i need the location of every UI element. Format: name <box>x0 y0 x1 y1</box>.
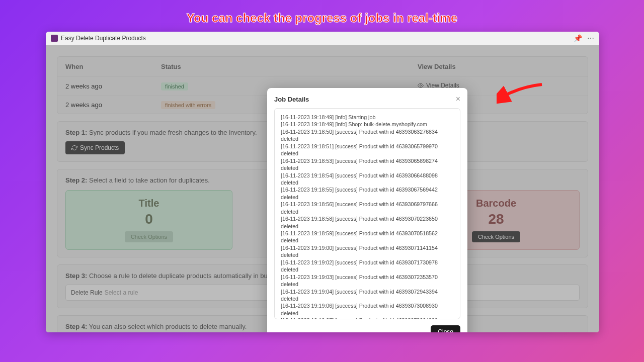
close-button[interactable]: Close <box>431 325 460 332</box>
log-line: [16-11-2023 19:18:56] [success] Product … <box>281 201 454 215</box>
modal-title: Job Details <box>274 96 309 103</box>
titlebar: Easy Delete Duplicate Products 📌 ⋯ <box>46 32 599 45</box>
log-line: [16-11-2023 19:19:04] [success] Product … <box>281 288 454 303</box>
pin-icon[interactable]: 📌 <box>574 34 582 42</box>
log-line: [16-11-2023 19:18:49] [info] Shop: bulk-… <box>281 121 454 128</box>
log-line: [16-11-2023 19:18:51] [success] Product … <box>281 143 454 157</box>
log-line: [16-11-2023 19:18:59] [success] Product … <box>281 230 454 244</box>
close-icon[interactable]: × <box>456 95 460 103</box>
app-title: Easy Delete Duplicate Products <box>61 35 146 42</box>
log-line: [16-11-2023 19:19:00] [success] Product … <box>281 244 454 259</box>
log-line: [16-11-2023 19:18:50] [success] Product … <box>281 128 454 143</box>
log-line: [16-11-2023 19:19:06] [success] Product … <box>281 302 454 317</box>
log-line: [16-11-2023 19:18:58] [success] Product … <box>281 215 454 230</box>
log-line: [16-11-2023 19:19:03] [success] Product … <box>281 274 454 288</box>
log-line: [16-11-2023 19:18:49] [info] Starting jo… <box>281 114 454 121</box>
log-line: [16-11-2023 19:19:07] [success] Product … <box>281 317 454 319</box>
log-output: [16-11-2023 19:18:49] [info] Starting jo… <box>274 108 460 319</box>
app-window: Easy Delete Duplicate Products 📌 ⋯ When … <box>46 32 599 332</box>
job-details-modal: Job Details × [16-11-2023 19:18:49] [inf… <box>267 88 467 332</box>
log-line: [16-11-2023 19:18:54] [success] Product … <box>281 172 454 187</box>
log-line: [16-11-2023 19:19:02] [success] Product … <box>281 259 454 274</box>
app-logo-icon <box>51 35 58 42</box>
more-icon[interactable]: ⋯ <box>587 34 594 42</box>
log-line: [16-11-2023 19:18:55] [success] Product … <box>281 186 454 201</box>
marketing-caption: You can check the progress of jobs in re… <box>0 11 644 25</box>
log-line: [16-11-2023 19:18:53] [success] Product … <box>281 157 454 172</box>
